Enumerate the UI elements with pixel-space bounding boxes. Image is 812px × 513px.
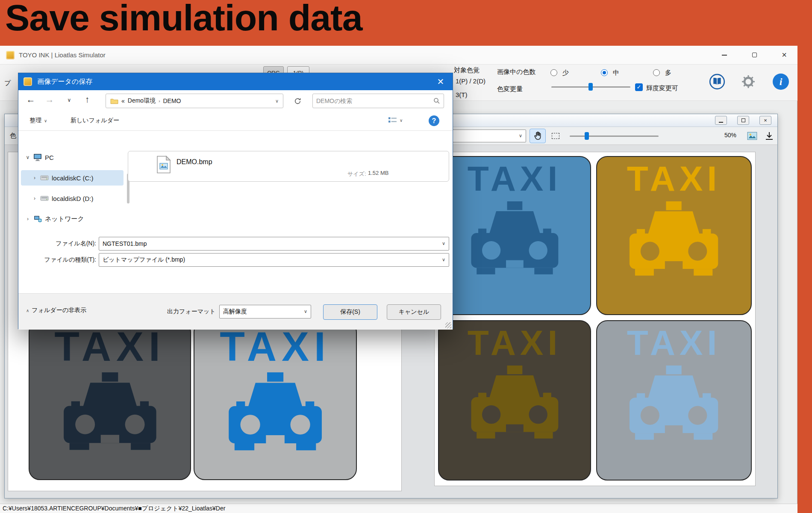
color-count-radio-few[interactable] <box>550 69 557 76</box>
new-folder-button[interactable]: 新しいフォルダー <box>71 117 119 124</box>
taxi-car-graphic <box>460 366 569 442</box>
manual-book-button[interactable] <box>709 74 725 90</box>
address-bar[interactable]: « Demo環境 › DEMO ∨ <box>106 94 283 108</box>
taxi-text: TAXI <box>468 325 562 360</box>
app-title-text: TOYO INK | Lioatlas Simulator <box>19 51 106 59</box>
dialog-icon <box>24 77 32 86</box>
luminance-label: 輝度変更可 <box>646 84 678 92</box>
dialog-titlebar[interactable]: 画像データの保存 ✕ <box>18 73 453 90</box>
download-icon <box>764 131 774 141</box>
breadcrumb-prefix[interactable]: « <box>121 97 125 104</box>
organize-label: 整理 <box>29 117 41 124</box>
up-button[interactable]: ↑ <box>81 94 94 105</box>
marquee-tool-button[interactable] <box>547 129 564 143</box>
zoom-slider[interactable] <box>570 132 659 140</box>
organize-menu[interactable]: 整理 ∨ <box>29 117 47 124</box>
disk-icon <box>40 195 49 202</box>
output-format-dropdown[interactable]: 高解像度 <box>219 305 311 318</box>
taxi-tile-steel-blue[interactable]: TAXI <box>438 156 591 315</box>
image-view-button[interactable] <box>745 129 759 143</box>
address-dropdown-icon[interactable]: ∨ <box>275 98 279 104</box>
taxi-text: TAXI <box>468 161 562 196</box>
forward-button[interactable]: → <box>43 94 56 105</box>
resize-grip[interactable] <box>445 322 451 328</box>
taxi-tile-gold[interactable]: TAXI <box>596 156 752 315</box>
filename-label: ファイル名(N): <box>27 240 96 248</box>
chevron-collapsed-icon[interactable]: › <box>32 195 37 201</box>
filename-input[interactable] <box>103 240 438 247</box>
help-button[interactable]: ? <box>429 115 439 126</box>
refresh-icon <box>294 97 301 105</box>
maximize-button[interactable] <box>744 46 764 64</box>
hide-folders-button[interactable]: ∧ フォルダーの非表示 <box>26 307 86 314</box>
file-size-value: 1.52 MB <box>368 170 388 176</box>
file-item-demo-bmp[interactable] <box>128 151 449 182</box>
taxi-tile-olive[interactable]: TAXI <box>438 320 591 481</box>
close-button[interactable]: × <box>774 46 794 64</box>
dialog-close-button[interactable]: ✕ <box>431 73 450 90</box>
taxi-car-graphic <box>460 201 569 277</box>
breadcrumb-item-demo-env[interactable]: Demo環境 <box>128 97 156 105</box>
save-image-button[interactable] <box>762 129 777 143</box>
dialog-footer: ∧ フォルダーの非表示 出力フォーマット 高解像度 保存(S) キャンセル <box>18 293 453 330</box>
tree-item-network[interactable]: › ネットワーク <box>21 211 124 227</box>
filetype-value: ビットマップファイル (*.bmp) <box>103 256 185 264</box>
app-titlebar: TOYO INK | Lioatlas Simulator × <box>0 46 797 65</box>
filename-combo[interactable] <box>99 237 449 251</box>
chevron-collapsed-icon[interactable]: › <box>25 216 30 222</box>
save-dialog: 画像データの保存 ✕ ← → ∨ ↑ « Demo環境 › DEMO ∨ <box>18 73 453 329</box>
view-options-button[interactable]: ∨ <box>388 117 403 124</box>
tree-item-localdisk-d[interactable]: › localdiskD (D:) <box>21 191 124 206</box>
slider-thumb[interactable] <box>585 132 589 140</box>
picture-icon <box>747 130 758 142</box>
folder-icon <box>110 98 118 104</box>
search-icon[interactable] <box>433 97 440 104</box>
viewer-minimize-button[interactable] <box>715 116 727 125</box>
tree-item-pc[interactable]: ∨ PC <box>21 150 124 165</box>
color-count-radio-medium[interactable] <box>601 69 608 76</box>
settings-button[interactable] <box>740 74 756 90</box>
hide-folders-label: フォルダーの非表示 <box>32 307 86 314</box>
vision-option-3t: 3(T) <box>456 91 468 98</box>
taxi-text: TAXI <box>627 325 721 360</box>
save-button[interactable]: 保存(S) <box>323 304 377 320</box>
file-name: DEMO.bmp <box>177 158 212 166</box>
info-button[interactable]: i <box>773 74 789 90</box>
cancel-button[interactable]: キャンセル <box>387 304 441 320</box>
taxi-tile-dark-navy[interactable]: TAXI <box>29 321 191 480</box>
taxi-text: TAXI <box>220 326 331 367</box>
tree-item-label: ネットワーク <box>45 215 84 223</box>
minimize-icon <box>719 122 723 123</box>
history-dropdown-button[interactable]: ∨ <box>63 97 76 103</box>
minimize-icon <box>722 55 727 56</box>
taxi-text: TAXI <box>54 326 165 367</box>
breadcrumb-item-demo[interactable]: DEMO <box>163 97 181 104</box>
dialog-title: 画像データの保存 <box>37 77 92 86</box>
search-input[interactable] <box>316 97 433 104</box>
color-count-radio-many[interactable] <box>653 69 660 76</box>
vision-option-1p2d: 1(P) / 2(D) <box>456 77 485 85</box>
dialog-nav-row: ← → ∨ ↑ « Demo環境 › DEMO ∨ <box>18 90 453 112</box>
filetype-dropdown[interactable]: ビットマップファイル (*.bmp) <box>99 253 449 267</box>
tree-item-localdisk-c[interactable]: › localdiskC (C:) <box>21 170 124 186</box>
viewer-restore-button[interactable] <box>737 116 749 125</box>
image-file-icon <box>156 155 171 174</box>
minimize-button[interactable] <box>715 46 734 64</box>
change-amount-slider[interactable] <box>551 83 630 91</box>
taxi-tile-vivid-blue[interactable]: TAXI <box>194 321 357 480</box>
chevron-collapsed-icon[interactable]: › <box>32 175 37 181</box>
hand-tool-button[interactable] <box>530 129 546 143</box>
output-format-label: 出力フォーマット <box>167 308 216 315</box>
search-box <box>312 94 444 108</box>
taxi-tile-gray-lightblue[interactable]: TAXI <box>596 320 752 481</box>
refresh-button[interactable] <box>289 94 306 108</box>
slider-thumb[interactable] <box>588 83 593 91</box>
viewer-close-button[interactable]: × <box>759 116 771 125</box>
hand-icon <box>533 131 543 141</box>
chevron-expanded-icon[interactable]: ∨ <box>25 154 30 160</box>
viewer-toolbar-fragment: 色 <box>10 132 16 140</box>
back-button[interactable]: ← <box>24 94 37 105</box>
marquee-icon <box>552 133 559 139</box>
luminance-checkbox[interactable] <box>635 83 643 91</box>
disk-icon <box>40 174 49 182</box>
